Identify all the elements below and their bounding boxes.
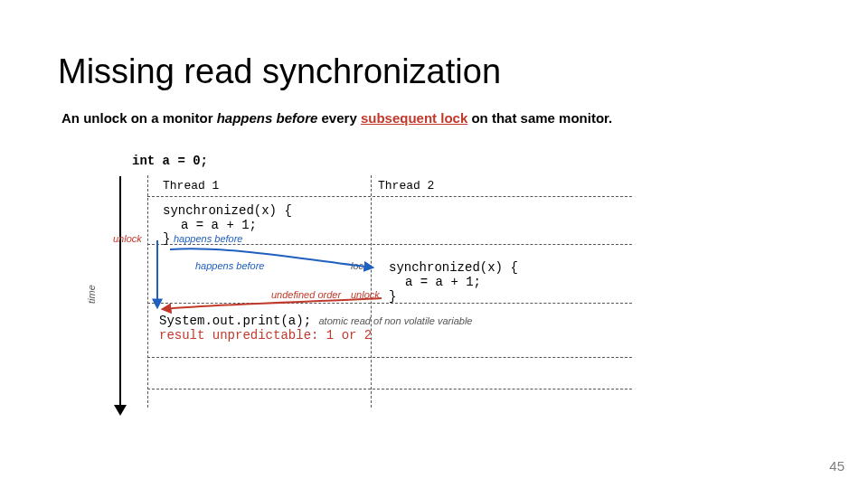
memory-model-rule: An unlock on a monitor happens before ev… bbox=[61, 110, 612, 126]
time-step-4 bbox=[147, 389, 632, 389]
time-axis-arrowhead-icon bbox=[114, 405, 127, 416]
time-step-0 bbox=[147, 196, 632, 197]
result-line: result unpredictable: 1 or 2 bbox=[159, 328, 372, 343]
t2-sync-open: synchronized(x) { bbox=[389, 260, 518, 275]
thread-diagram: time int a = 0; Thread 1 Thread 2 synchr… bbox=[90, 154, 651, 425]
t1-close-brace: } bbox=[163, 231, 170, 246]
init-code: int a = 0; bbox=[132, 154, 208, 168]
rule-italic: happens before bbox=[217, 110, 318, 126]
atomic-note: atomic read of non volatile variable bbox=[318, 315, 472, 326]
print-stmt-line: System.out.print(a); atomic read of non … bbox=[159, 312, 472, 328]
t2-unlock-label: unlock bbox=[351, 289, 380, 300]
t2-lock-label: lock bbox=[351, 260, 369, 271]
t1-sync-open: synchronized(x) { bbox=[163, 203, 292, 218]
thread2-label: Thread 2 bbox=[378, 179, 434, 192]
time-step-3 bbox=[147, 357, 632, 358]
time-step-1 bbox=[147, 244, 632, 245]
time-axis-line bbox=[119, 176, 121, 407]
rule-mid: every bbox=[317, 110, 361, 126]
t2-close-brace: } bbox=[389, 289, 396, 304]
t1-happens-before-1: happens before bbox=[174, 233, 242, 244]
print-stmt: System.out.print(a); bbox=[159, 314, 311, 328]
thread1-label: Thread 1 bbox=[163, 179, 219, 192]
time-axis-label: time bbox=[86, 285, 97, 304]
rule-suffix: on that same monitor. bbox=[467, 110, 612, 126]
page-number: 45 bbox=[829, 458, 844, 474]
undefined-order-label: undefined order bbox=[271, 289, 341, 300]
t2-increment: a = a + 1; bbox=[405, 275, 481, 289]
t1-increment: a = a + 1; bbox=[181, 218, 257, 232]
rule-highlight: subsequent lock bbox=[361, 110, 467, 126]
t1-happens-before-2: happens before bbox=[195, 260, 264, 271]
t1-unlock-label: unlock bbox=[113, 233, 142, 244]
slide-title: Missing read synchronization bbox=[58, 52, 501, 91]
rule-prefix: An unlock on a monitor bbox=[61, 110, 217, 126]
thread1-column-line bbox=[147, 175, 148, 408]
